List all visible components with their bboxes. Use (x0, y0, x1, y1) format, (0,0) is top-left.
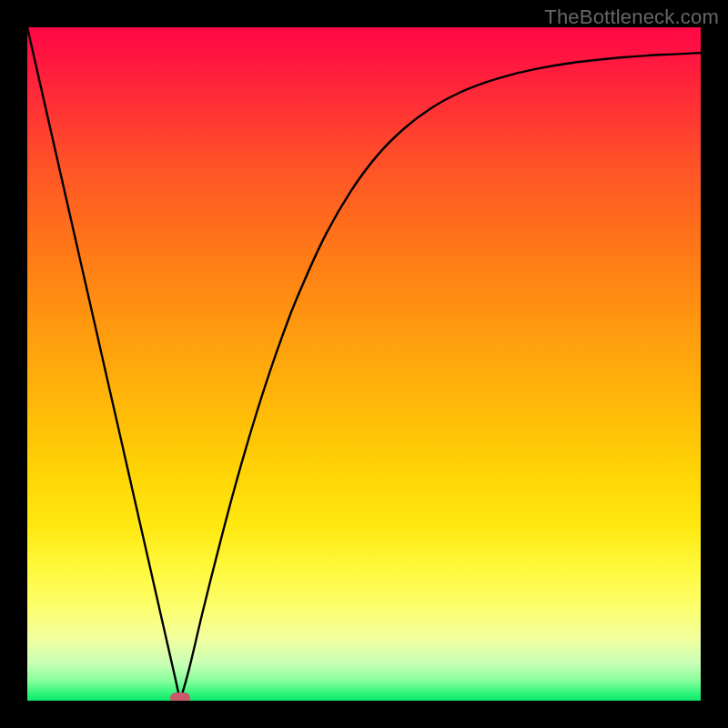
watermark-text: TheBottleneck.com (544, 5, 719, 29)
bottleneck-curve (27, 27, 701, 701)
minimum-marker (170, 693, 190, 701)
chart-plot-area (27, 27, 701, 701)
